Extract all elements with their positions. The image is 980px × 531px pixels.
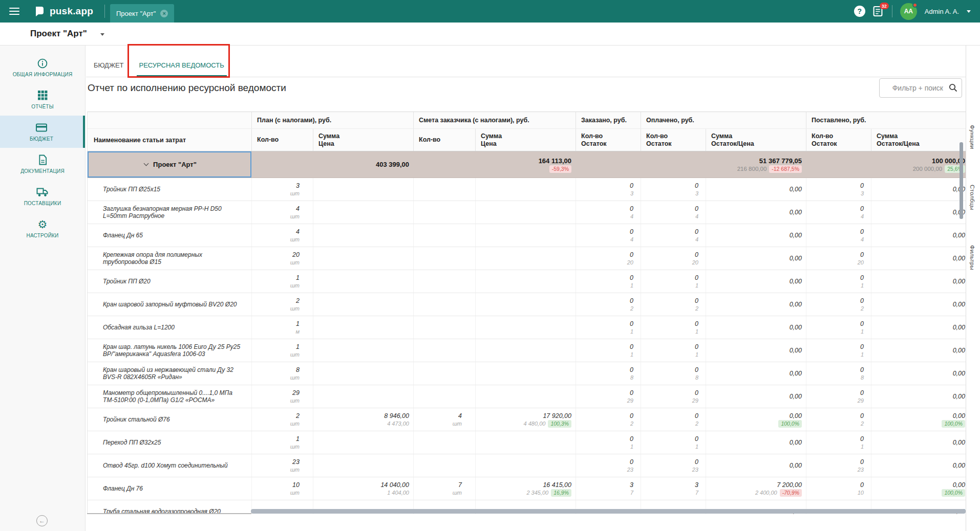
cell-value: 0 [695,251,698,259]
value-cell: 14 040,001 404,00 [313,477,413,500]
tool-фильтры[interactable]: ▽Фильтры [969,245,980,270]
sidebar-item-документация[interactable]: ДОКУМЕНТАЦИЯ [0,148,85,180]
project-summary-row[interactable]: Проект "Арт"403 399,00164 113,00-59,3%51… [88,151,966,178]
value-cell: 7шт [413,477,475,500]
sidebar-item-настройки[interactable]: ⚙НАСТРОЙКИ [0,212,85,245]
value-cell: 0,00 [871,316,966,339]
table-row[interactable]: Переход ПП Ø32x251шт01010,00010,00 [88,431,966,454]
cell-value: 0 [860,343,864,351]
value-cell [475,270,576,293]
col-header: Кол-воОстаток [806,129,871,151]
cell-subvalue: 1 [630,351,633,359]
sidebar-item-бюджет[interactable]: БЮДЖЕТ [0,116,85,148]
item-name-cell: Кран шаровой запорный муфтовый BV20 Ø20 [88,293,251,316]
col-header-line: Остаток/Цена [877,140,966,148]
value-cell [475,316,576,339]
sidebar-item-label: ПОСТАВЩИКИ [24,201,61,206]
cell-subvalue: 1 [630,282,633,290]
table-row[interactable]: Тройник стальной Ø762шт8 946,004 473,004… [88,408,966,431]
sub-value: 1 [695,328,698,336]
cell-value: 17 920,00 [543,412,571,420]
table-row[interactable]: Тройник ПП Ø201шт01010,00010,00 [88,270,966,293]
cell-value: 0,00 [790,277,802,285]
table-row[interactable]: Фланец Дн 654шт04040,00040,00 [88,224,966,247]
tool-столбцы[interactable]: ▦Столбцы [969,185,980,210]
cell-value: 0,00 [953,481,965,489]
value-cell: 1шт [251,339,313,362]
help-icon[interactable]: ? [854,6,865,17]
sidebar-item-поставщики[interactable]: ПОСТАВЩИКИ [0,180,85,212]
vertical-scrollbar-thumb[interactable] [960,142,963,219]
value-cell [475,362,576,385]
tool-функции[interactable]: ≡Функции [969,125,980,149]
value-cell: 010 [806,477,871,500]
main-content: БЮДЖЕТРЕСУРСНАЯ ВЕДОМОСТЬ Отчет по испол… [86,46,966,531]
cell-subvalue: 3 [695,190,698,197]
project-switch-chevron-down-icon[interactable] [100,33,104,38]
table-row[interactable]: Заглушка безнапорная мерная PP-H D50 L=5… [88,201,966,224]
cell-value: 0 [695,274,698,282]
menu-icon[interactable] [9,8,19,15]
cell-value: 0,00 [790,369,802,378]
user-menu-chevron-down-icon[interactable] [967,10,971,15]
table-row[interactable]: Кран шаровый из нержавеющей стали Ду 32 … [88,362,966,385]
table-row[interactable]: Кран шар. латунь никель 1006 Euro Ду 25 … [88,339,966,362]
cell-subvalue: 1 [861,351,864,359]
col-group-header: Оплачено, руб. [641,112,806,128]
cell-value: 0 [695,389,698,397]
notifications-icon[interactable]: 32 [873,6,884,17]
sidebar-collapse-button[interactable]: ← [36,515,48,526]
app-brand-name: pusk.app [50,6,93,17]
table-row[interactable]: Обсадная гильза L=12001м01010,00010,00 [88,316,966,339]
tab-ресурсная-ведомость[interactable]: РЕСУРСНАЯ ВЕДОМОСТЬ [132,61,232,77]
table-row[interactable]: Тройник ПП Ø25x153шт03030,00030,00 [88,178,966,201]
app-brand[interactable]: pusk.app [34,6,93,17]
sidebar-item-отчёты[interactable]: ОТЧЁТЫ [0,83,85,116]
table-row[interactable]: Фланец Дн 7610шт14 040,001 404,007шт16 4… [88,477,966,500]
value-cell: 23шт [251,454,313,477]
value-cell [475,339,576,362]
value-cell: 020 [576,247,641,270]
value-cell: 04 [576,201,641,224]
sidebar-item-label: ОТЧЁТЫ [31,104,53,109]
table-row[interactable]: Крепежная опора для полимерных трубопров… [88,247,966,270]
sub-value: 4 [630,236,633,244]
cell-value: 0 [860,458,864,466]
table-row[interactable]: Отвод 45гр. d100 Хомут соединительный23ш… [88,454,966,477]
project-name-cell[interactable]: Проект "Арт" [88,151,251,178]
open-project-tab[interactable]: Проект "Арт" × [110,4,174,23]
sub-value: 1 [630,328,633,336]
cell-value: 0,00 [953,392,965,401]
tool-label: Столбцы [969,185,975,210]
cell-value: 0 [860,205,864,213]
percent-badge: 100,0% [778,420,802,428]
cell-value: 0,00 [953,412,965,420]
cell-value: 0,00 [953,346,965,355]
cell-value: 0 [630,274,633,282]
value-cell: 04 [806,201,871,224]
tool-label: Фильтры [969,245,975,270]
cell-subvalue: 23 [627,466,633,474]
table-row[interactable]: Манометр общепромышленный 0....1,0 МПа Т… [88,385,966,408]
horizontal-scrollbar-thumb[interactable] [251,509,966,514]
cell-subvalue: 29 [692,397,698,405]
cell-subvalue: шт [290,213,300,220]
cell-value: 1 [296,343,300,351]
sub-value: 1 [695,282,698,290]
cell-value: 0,00 [790,208,802,216]
avatar-status-dot [912,3,918,8]
close-tab-icon[interactable]: × [160,10,168,17]
cell-subvalue: 8 [695,374,698,382]
col-header-line: Сумма [877,132,966,140]
sidebar-item-общая-информация[interactable]: ОБЩАЯ ИНФОРМАЦИЯ [0,51,85,83]
item-name-cell: Фланец Дн 76 [88,477,251,500]
value-cell [475,454,576,477]
cell-value: 0 [630,320,633,328]
value-cell: 0,00 [706,339,806,362]
tab-бюджет[interactable]: БЮДЖЕТ [86,61,132,77]
cell-subvalue: шт [290,466,300,474]
avatar[interactable]: AA [900,3,917,20]
sub-value: 1 [695,443,698,451]
table-row[interactable]: Кран шаровой запорный муфтовый BV20 Ø202… [88,293,966,316]
sub-value: 29 [692,397,698,405]
